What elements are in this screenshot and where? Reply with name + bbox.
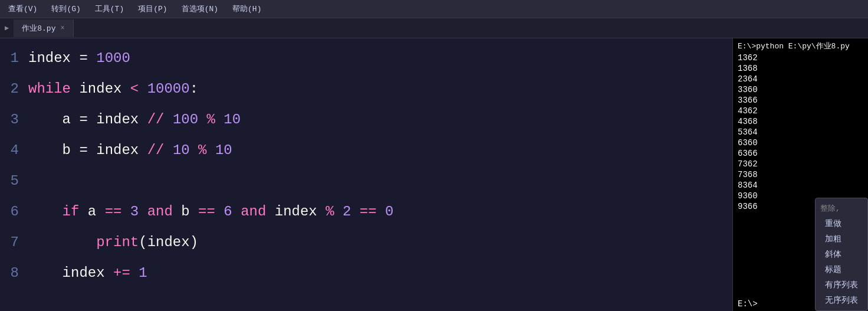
menubar: 查看(V) 转到(G) 工具(T) 项目(P) 首选项(N) 帮助(H) bbox=[0, 0, 868, 18]
code-lines: 1index = 10002while index < 10000:3 a = … bbox=[0, 38, 732, 293]
context-menu: 整除, 重做 加粗 斜体 标题 有序列表 无序列表 bbox=[815, 198, 868, 311]
line-number: 1 bbox=[0, 43, 28, 74]
context-menu-label: 整除, bbox=[816, 201, 867, 216]
context-menu-heading[interactable]: 标题 bbox=[816, 262, 867, 277]
code-line: 7 print(index) bbox=[0, 227, 732, 258]
tab-arrow: ▶ bbox=[0, 24, 14, 32]
tabbar: ▶ 作业8.py × bbox=[0, 18, 868, 38]
menubar-item-tools[interactable]: 工具(T) bbox=[91, 2, 127, 15]
line-number: 3 bbox=[0, 104, 28, 135]
line-number: 6 bbox=[0, 197, 28, 227]
line-number: 4 bbox=[0, 135, 28, 166]
code-line: 1index = 1000 bbox=[0, 43, 732, 74]
menubar-item-view[interactable]: 查看(V) bbox=[5, 2, 41, 15]
context-menu-unordered-list[interactable]: 无序列表 bbox=[816, 293, 867, 308]
line-number: 7 bbox=[0, 227, 28, 258]
line-content: if a == 3 and b == 6 and index % 2 == 0 bbox=[28, 197, 732, 227]
terminal-line: 4362 bbox=[738, 106, 863, 116]
code-line: 6 if a == 3 and b == 6 and index % 2 == … bbox=[0, 197, 732, 227]
line-content: while index < 10000: bbox=[28, 74, 732, 104]
tab-close-button[interactable]: × bbox=[60, 24, 64, 32]
line-number: 2 bbox=[0, 74, 28, 104]
terminal-line: 7362 bbox=[738, 159, 863, 169]
code-line: 8 index += 1 bbox=[0, 258, 732, 289]
code-line: 4 b = index // 10 % 10 bbox=[0, 135, 732, 166]
terminal-line: 7368 bbox=[738, 169, 863, 180]
code-line: 2while index < 10000: bbox=[0, 74, 732, 104]
line-content: index += 1 bbox=[28, 258, 732, 289]
line-content: a = index // 100 % 10 bbox=[28, 104, 732, 135]
code-line: 3 a = index // 100 % 10 bbox=[0, 104, 732, 135]
line-number: 8 bbox=[0, 258, 28, 289]
right-panel: E:\>python E:\py\作业8.py 1362136823643360… bbox=[732, 38, 868, 311]
context-menu-italic[interactable]: 斜体 bbox=[816, 247, 867, 262]
terminal-line: 3366 bbox=[738, 95, 863, 106]
context-menu-bold[interactable]: 加粗 bbox=[816, 231, 867, 247]
main-area: 1index = 10002while index < 10000:3 a = … bbox=[0, 38, 868, 311]
terminal-line: 1362 bbox=[738, 53, 863, 63]
context-menu-redo[interactable]: 重做 bbox=[816, 216, 867, 231]
menubar-item-help[interactable]: 帮助(H) bbox=[229, 2, 265, 15]
tab-file[interactable]: 作业8.py × bbox=[14, 19, 73, 37]
terminal-line: 6366 bbox=[738, 148, 863, 159]
terminal-line: 4368 bbox=[738, 116, 863, 127]
terminal-line: 2364 bbox=[738, 74, 863, 84]
terminal-line: 1368 bbox=[738, 63, 863, 74]
code-line: 5 bbox=[0, 166, 732, 197]
line-content: index = 1000 bbox=[28, 43, 732, 74]
terminal-line: 6360 bbox=[738, 138, 863, 148]
menubar-item-prefs[interactable]: 首选项(N) bbox=[178, 2, 222, 15]
line-number: 5 bbox=[0, 166, 28, 197]
code-editor[interactable]: 1index = 10002while index < 10000:3 a = … bbox=[0, 38, 732, 311]
menubar-item-project[interactable]: 项目(P) bbox=[134, 2, 170, 15]
terminal-line: 8364 bbox=[738, 180, 863, 191]
terminal-line: 5364 bbox=[738, 127, 863, 138]
terminal-header: E:\>python E:\py\作业8.py bbox=[738, 41, 863, 51]
line-content: b = index // 10 % 10 bbox=[28, 135, 732, 166]
terminal-line: 3360 bbox=[738, 84, 863, 95]
line-content: print(index) bbox=[28, 227, 732, 258]
menubar-item-goto[interactable]: 转到(G) bbox=[48, 2, 84, 15]
context-menu-ordered-list[interactable]: 有序列表 bbox=[816, 277, 867, 293]
tab-filename: 作业8.py bbox=[22, 23, 55, 34]
